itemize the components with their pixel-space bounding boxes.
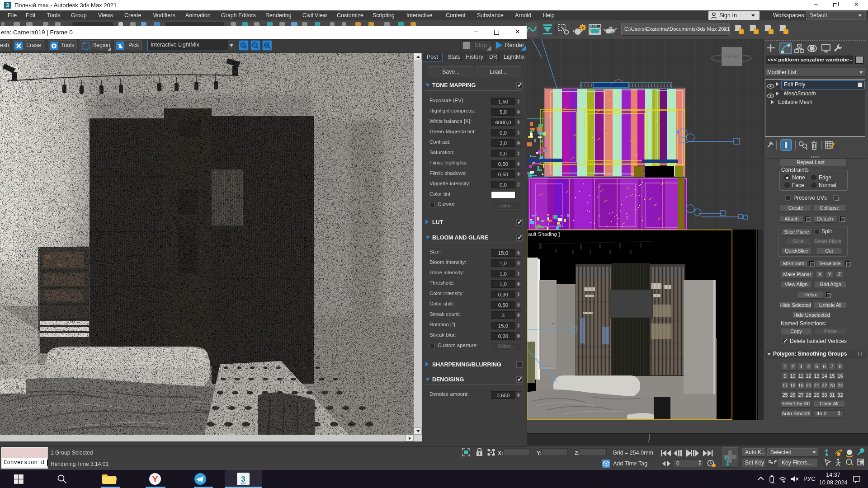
svg-text:ault Shading ]: ault Shading ]: [528, 231, 560, 237]
svg-text:3: 3: [6, 2, 9, 9]
svg-text:MAX: MAX: [241, 482, 246, 485]
svg-text:FRONT: FRONT: [725, 55, 739, 59]
svg-text:Y: Y: [152, 474, 158, 484]
